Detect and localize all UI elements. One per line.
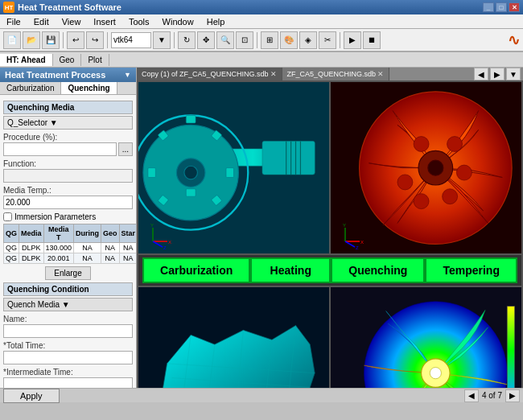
qc-intermediate-input[interactable] [3, 377, 133, 388]
open-btn[interactable]: 📂 [23, 31, 40, 49]
immersion-label: Immersion Parameters [14, 212, 96, 221]
iso-btn[interactable]: ◈ [299, 31, 317, 49]
svg-text:X: X [360, 240, 364, 245]
menu-file[interactable]: File [3, 16, 24, 27]
viewport-tab-2[interactable]: ZF_CA5_QUENCHING.sdb ✕ [282, 68, 390, 80]
qc-intermediate-group: *Intermediate Time: [3, 368, 133, 388]
step-carburization[interactable]: Carburization [142, 257, 250, 283]
menu-help[interactable]: Help [204, 16, 229, 27]
qc-dropdown-btn[interactable]: Quench Media ▼ [3, 298, 133, 311]
nav-next-btn[interactable]: ▶ [505, 389, 520, 402]
toolbar: 📄 📂 💾 ↩ ↪ ▼ ↻ ✥ 🔍 ⊡ ⊞ 🎨 ◈ ✂ ▶ ⏹ ∿ [0, 29, 523, 51]
save-btn[interactable]: 💾 [42, 31, 60, 49]
step-heating[interactable]: Heating [250, 257, 331, 283]
sep4 [257, 32, 257, 48]
svg-text:Y: Y [150, 223, 154, 228]
svg-marker-40 [163, 326, 315, 388]
axes-tr: X Y Z [337, 221, 365, 249]
col-qg: QG [4, 224, 19, 243]
viewport-tab-2-close[interactable]: ✕ [377, 70, 384, 78]
page-indicator: 4 of 7 [482, 391, 502, 400]
col-during: During [74, 224, 101, 243]
panel-collapse-icon[interactable]: ▼ [124, 71, 131, 79]
svg-rect-10 [186, 189, 196, 196]
viewport-bottom-left[interactable]: X Y Z [138, 287, 329, 388]
tab-plot[interactable]: Plot [81, 54, 109, 66]
apply-button[interactable]: Apply [3, 389, 60, 403]
color-btn[interactable]: 🎨 [280, 31, 298, 49]
menu-bar: File Edit View Insert Tools Window Help [0, 14, 523, 29]
fit-btn[interactable]: ⊡ [236, 31, 253, 49]
qc-label: Quenching Condition [7, 285, 89, 294]
qc-name-group: Name: [3, 315, 133, 338]
viewport-tab-1-close[interactable]: ✕ [270, 70, 277, 78]
tab-nav-prev[interactable]: ◀ [474, 68, 488, 80]
qc-name-input[interactable] [3, 324, 133, 338]
viewport-grid: X Y Z [137, 80, 523, 388]
menu-tools[interactable]: Tools [126, 16, 153, 27]
play-btn[interactable]: ▶ [344, 31, 361, 49]
procedure-group: Procedure (%): ... [3, 133, 133, 156]
col-geo: Geo [101, 224, 120, 243]
procedure-browse[interactable]: ... [118, 142, 133, 156]
function-input[interactable] [3, 169, 133, 183]
mesh-btn[interactable]: ⊞ [261, 31, 278, 49]
function-label: Function: [3, 159, 133, 168]
tab-quenching[interactable]: Quenching [61, 82, 117, 94]
new-btn[interactable]: 📄 [3, 31, 21, 49]
title-bar: HT Heat Treatment Software _ □ ✕ [0, 0, 523, 14]
qc-name-label: Name: [3, 315, 133, 323]
viewport-tab-2-label: ZF_CA5_QUENCHING.sdb [287, 70, 377, 78]
window-controls: _ □ ✕ [483, 2, 520, 12]
viewport-top-left[interactable]: X Y Z [138, 82, 329, 253]
viewport-bottom-right[interactable]: X Y Z [331, 287, 521, 388]
pan-btn[interactable]: ✥ [197, 31, 215, 49]
rotate-btn[interactable]: ↻ [178, 31, 196, 49]
cut-btn[interactable]: ✂ [319, 31, 336, 49]
app-title: Heat Treatment Software [18, 2, 121, 12]
redo-btn[interactable]: ↪ [86, 31, 104, 49]
menu-view[interactable]: View [59, 16, 84, 27]
tab-ht-ahead[interactable]: HT: Ahead [0, 54, 53, 66]
panel-tabs: Carburization Quenching [0, 82, 136, 95]
procedure-input[interactable] [3, 142, 117, 156]
svg-point-30 [414, 194, 429, 209]
procedure-input-row: ... [3, 142, 133, 156]
qc-total-input[interactable] [3, 351, 133, 364]
view-input[interactable] [111, 32, 151, 48]
tab-carburization[interactable]: Carburization [0, 82, 61, 94]
close-btn[interactable]: ✕ [509, 2, 520, 12]
maximize-btn[interactable]: □ [496, 2, 507, 12]
brand-icon: ∿ [508, 31, 520, 49]
tab-nav-next[interactable]: ▶ [490, 68, 504, 80]
right-content: Copy (1) of ZF_CA5_QUENCHING.sdb ✕ ZF_CA… [137, 68, 523, 388]
status-bar: Apply ◀ 4 of 7 ▶ [0, 388, 523, 402]
view-btn[interactable]: ▼ [153, 31, 171, 49]
zoom-btn[interactable]: 🔍 [216, 31, 234, 49]
undo-btn[interactable]: ↩ [67, 31, 84, 49]
menu-window[interactable]: Window [159, 16, 197, 27]
svg-text:Z: Z [356, 245, 359, 249]
qc-section-header: Quenching Condition [3, 282, 133, 296]
nav-prev-btn[interactable]: ◀ [464, 389, 479, 402]
media-temp-label: Media Temp.: [3, 186, 133, 195]
step-quenching[interactable]: Quenching [331, 257, 425, 283]
tab-menu[interactable]: ▼ [506, 68, 521, 80]
svg-text:Z: Z [163, 245, 167, 249]
svg-text:Y: Y [343, 223, 346, 228]
viewport-top-right[interactable]: X Y Z [331, 82, 521, 253]
viewport-tab-1[interactable]: Copy (1) of ZF_CA5_QUENCHING.sdb ✕ [137, 68, 282, 80]
menu-insert[interactable]: Insert [90, 16, 119, 27]
step-tempering[interactable]: Tempering [425, 257, 517, 283]
stop-btn[interactable]: ⏹ [363, 31, 381, 49]
menu-edit[interactable]: Edit [31, 16, 52, 27]
qc-dropdown-label: Quench Media [7, 300, 60, 309]
media-temp-input[interactable] [3, 196, 133, 209]
viewport-tabs: Copy (1) of ZF_CA5_QUENCHING.sdb ✕ ZF_CA… [137, 68, 523, 80]
media-select-btn[interactable]: Q_Selector ▼ [3, 116, 133, 130]
enlarge-btn-1[interactable]: Enlarge [45, 266, 90, 280]
tab-geo[interactable]: Geo [53, 54, 82, 66]
axes-tl: X Y Z [145, 221, 173, 249]
immersion-checkbox[interactable] [3, 212, 12, 221]
minimize-btn[interactable]: _ [483, 2, 494, 12]
